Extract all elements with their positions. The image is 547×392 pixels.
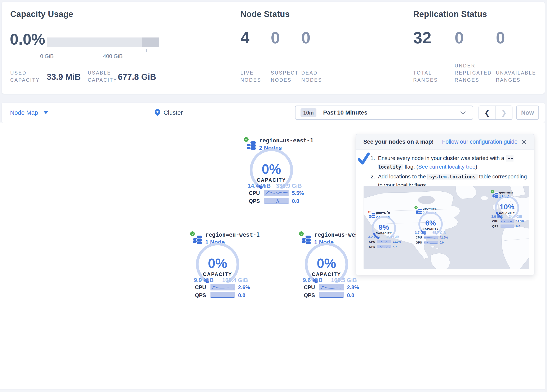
node-status-title: Node Status (240, 9, 290, 19)
step-1-text: Ensure every node in your cluster was st… (378, 154, 527, 171)
live-nodes-label: LIVE NODES (240, 65, 261, 83)
capacity-percent: 0% (250, 161, 292, 177)
qps-label: QPS (195, 292, 207, 298)
step-done-check-icon (357, 152, 370, 165)
geo-locality-label: geo=ams (499, 190, 513, 194)
cpu-value: 2.8% (347, 284, 359, 290)
qps-value: 0.0 (440, 241, 444, 244)
capacity-caption: CAPACITY (250, 177, 292, 183)
node-map-page: Capacity Usage 0.0% 0 GiB 400 GiB USED C… (0, 0, 547, 392)
capacity-bar-reserved (142, 37, 159, 47)
time-back-button[interactable]: ❮ (479, 106, 496, 119)
geo-node-sfo: 1 geo=sfo 2 Nodes 9% CAPACITY 3.2 GiB (368, 210, 400, 249)
map-config-popup: See your nodes on a map! Follow our conf… (356, 134, 534, 275)
capacity-used: 3.7 GiB (415, 231, 426, 235)
cpu-sparkline (319, 284, 344, 290)
cpu-label: CPU (195, 284, 207, 290)
capacity-tick-400: 400 GiB (96, 53, 130, 60)
time-nav-group: ❮ ❯ (479, 106, 513, 120)
cpu-sparkline (424, 236, 438, 239)
time-range-select[interactable]: 10m Past 10 Minutes (295, 106, 473, 120)
time-forward-button[interactable]: ❯ (496, 106, 512, 119)
region-locality-label: region=us-east-1 (259, 137, 314, 144)
scrollbar-track[interactable] (545, 0, 547, 392)
breadcrumb-cluster: Cluster (164, 109, 183, 116)
qps-row: QPS 0.0 (249, 198, 299, 204)
qps-label: QPS (416, 241, 422, 244)
time-range-badge: 10m (301, 108, 316, 117)
geo-locality-label: geo=nyc (423, 206, 437, 210)
geo-node-ams: geo=ams 1 Node 10% CAPACITY 3.6 GiB 34.4… (491, 190, 523, 229)
capacity-caption: CAPACITY (414, 227, 447, 231)
geo-locality-label: geo=sfo (376, 211, 390, 215)
capacity-percent: 0.0% (10, 32, 45, 47)
toolbar-divider (287, 103, 287, 122)
locality-tree-link[interactable]: See current locality tree (418, 164, 475, 170)
qps-sparkline (377, 245, 391, 248)
capacity-used: 9.9 MiB (194, 277, 214, 283)
under-replicated-label: UNDER- REPLICATED RANGES (455, 58, 492, 83)
used-capacity-value: 33.9 MiB (47, 72, 81, 82)
cpu-sparkline (377, 240, 391, 243)
qps-row: QPS 0.0 (195, 292, 246, 298)
view-toolbar: Node Map Cluster 10m Past 10 Minutes ❮ ❯… (2, 103, 545, 123)
qps-label: QPS (304, 292, 316, 298)
cpu-row: CPU 5.5% (249, 190, 304, 196)
capacity-caption: CAPACITY (197, 272, 239, 277)
capacity-usage-title: Capacity Usage (10, 9, 73, 19)
popup-title: See your nodes on a map! (363, 139, 434, 145)
cpu-row: CPU 2.6% (195, 284, 250, 290)
suspect-nodes-label: SUSPECT NODES (271, 65, 299, 83)
next-section-edge (0, 389, 547, 392)
chevron-down-icon (460, 111, 465, 114)
cpu-label: CPU (492, 220, 499, 223)
system-locations-code: system.locations (427, 174, 478, 180)
unavailable-count: 0 (496, 29, 505, 46)
qps-value: 0.0 (238, 292, 246, 298)
geo-node-nyc: geo=nyc 2 Nodes 6% CAPACITY 3.7 GiB 65.7… (414, 206, 447, 245)
qps-row: QPS 4.7 (369, 245, 397, 248)
configuration-guide-link[interactable]: Follow our configuration guide (442, 139, 518, 145)
qps-row: QPS 0.0 (304, 292, 354, 298)
qps-sparkline (211, 292, 235, 298)
region-locality-label: region=eu-west-1 (205, 231, 260, 238)
cpu-sparkline (500, 220, 514, 223)
qps-label: QPS (249, 198, 261, 204)
view-selector-dropdown[interactable]: Node Map (10, 103, 48, 123)
dead-nodes-count: 0 (301, 29, 310, 46)
replication-status-title: Replication Status (413, 9, 487, 19)
close-icon[interactable] (521, 139, 527, 145)
qps-row: QPS 0.0 (492, 225, 520, 228)
qps-value: 4.7 (393, 245, 397, 248)
capacity-used: 3.2 GiB (368, 235, 380, 239)
cpu-value: 5.5% (292, 190, 304, 196)
cpu-sparkline (211, 284, 235, 290)
breadcrumb[interactable]: Cluster (155, 103, 183, 123)
live-nodes-count: 4 (240, 29, 249, 46)
capacity-percent: 6% (414, 219, 447, 227)
region-widget-eu-west-1[interactable]: region=eu-west-1 1 Node 0% CAPACITY 9.9 … (190, 231, 251, 301)
total-ranges-label: TOTAL RANGES (413, 58, 438, 83)
capacity-total: 169.4 GiB (222, 277, 248, 283)
cpu-row: CPU 12.3% (492, 220, 524, 223)
qps-sparkline (500, 225, 514, 228)
usable-capacity-value: 677.8 GiB (118, 72, 156, 82)
qps-row: QPS 0.0 (416, 241, 444, 244)
qps-label: QPS (369, 245, 376, 248)
capacity-caption: CAPACITY (306, 272, 348, 277)
region-widget-us-east-1[interactable]: region=us-east-1 2 Nodes 0% CAPACITY 14.… (244, 137, 305, 206)
capacity-percent: 0% (306, 256, 348, 271)
qps-label: QPS (492, 225, 499, 228)
view-selector-label: Node Map (10, 109, 38, 116)
total-ranges-count: 32 (413, 29, 431, 46)
capacity-total: 338.9 GiB (276, 183, 302, 189)
qps-value: 0.0 (347, 292, 354, 298)
capacity-total: 169.5 GiB (331, 277, 357, 283)
now-button[interactable]: Now (516, 106, 539, 120)
popup-steps: 1. Ensure every node in your cluster was… (370, 154, 527, 191)
qps-sparkline (264, 198, 289, 204)
qps-sparkline (319, 292, 344, 298)
region-widget-us-west-1[interactable]: region=us-west-1 1 Node 0% CAPACITY 9.6 … (299, 231, 360, 301)
capacity-percent: 9% (367, 223, 401, 231)
world-map-preview: 1 geo=sfo 2 Nodes 9% CAPACITY 3.2 GiB (363, 186, 529, 269)
